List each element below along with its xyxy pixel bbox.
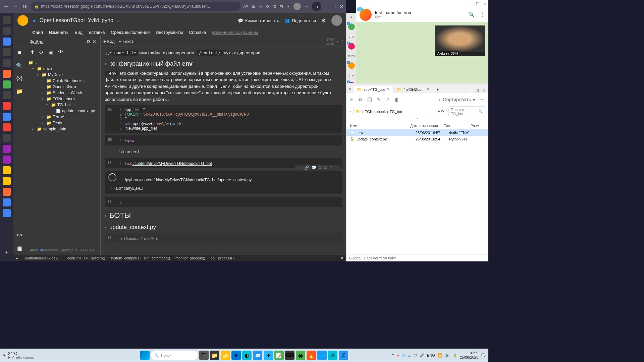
running-spinner-icon[interactable] <box>108 173 116 181</box>
tray-chevron-icon[interactable]: ⌃ <box>391 353 394 358</box>
refresh-files-icon[interactable]: ⟳ <box>39 49 44 56</box>
new-window-icon[interactable]: ⧉ <box>87 39 90 45</box>
profile-icon[interactable] <box>293 3 301 10</box>
search-icon[interactable]: 🔍 <box>16 62 23 69</box>
rail-item-1[interactable] <box>3 16 11 24</box>
chat-item-1[interactable]: 6 <box>348 23 355 30</box>
screenshot-icon[interactable]: ✂ <box>286 4 290 9</box>
nav-up-icon[interactable]: ↑ <box>349 110 351 114</box>
tg-chat-name[interactable]: test_name for_you <box>375 10 411 15</box>
copy-icon[interactable]: ⧉ <box>359 97 362 102</box>
notifications-icon[interactable]: 💬 <box>481 353 486 358</box>
resource-indicator[interactable]: ⋯ ОЗУ Диск ▾ ⌃ <box>320 38 343 45</box>
task-app-3[interactable]: 📁 <box>221 351 230 360</box>
close-panel-icon[interactable]: ✕ <box>92 39 96 45</box>
tray-icon-3[interactable]: Z <box>408 353 411 357</box>
collapse-section-icon[interactable]: ▾ <box>105 62 107 66</box>
back-button[interactable]: ← <box>3 3 9 10</box>
expand-update-icon[interactable]: ▸ <box>105 225 107 230</box>
code-cell-6[interactable]: [6] 1%pwd <box>105 135 342 145</box>
user-avatar[interactable] <box>331 15 342 26</box>
collapse-ribbon-icon[interactable]: ⌃ <box>346 117 488 122</box>
maximize-window[interactable]: ☐ <box>332 4 336 9</box>
menu-tools[interactable]: Инструменты <box>156 30 183 35</box>
exp-close[interactable]: ✕ <box>482 88 485 93</box>
tg-more-icon[interactable]: ⋮ <box>480 11 485 18</box>
paste-icon[interactable]: 📋 <box>367 97 372 102</box>
tray-battery-icon[interactable]: 🔋 <box>452 353 457 358</box>
cell-more-icon[interactable]: ⋮ <box>335 165 339 170</box>
star-icon[interactable]: ☆ <box>116 18 120 23</box>
notebook-title[interactable]: OpenLessonTGbot_УИИ.ipynb <box>40 17 113 23</box>
tray-lang[interactable]: ENG <box>427 353 435 357</box>
rail-item-2[interactable] <box>3 27 11 35</box>
explorer-tab-1[interactable]: 📁эook\TG_bot✕ <box>354 86 393 93</box>
exp-maximize[interactable]: ☐ <box>476 88 479 93</box>
sort-button[interactable]: ↕Сортировать▾ <box>438 97 475 102</box>
expand-status-icon[interactable]: ▸ <box>16 256 18 260</box>
mirror-icon[interactable]: ⧉ <box>324 165 327 170</box>
task-app-5[interactable]: ◐ <box>242 351 252 360</box>
vars-icon[interactable]: {x} <box>16 75 23 81</box>
files-icon[interactable]: 📁 <box>16 88 23 95</box>
task-app-2[interactable]: 📁 <box>210 351 219 360</box>
tray-icon-2[interactable]: ⓑ <box>402 353 406 358</box>
tree-mydrive[interactable]: ▾📁MyDrive <box>28 72 98 78</box>
rail-item-5[interactable] <box>3 59 11 67</box>
exp-minimize[interactable]: — <box>469 88 472 93</box>
mount-drive-icon[interactable]: ▣ <box>48 49 53 56</box>
chat-item-3[interactable]: 1 <box>348 62 355 69</box>
close-tab-1-icon[interactable]: ✕ <box>387 87 390 92</box>
notebook-content[interactable]: где name_file имя файла с расширением, /… <box>101 47 346 255</box>
tg-avatar[interactable]: 14 <box>360 9 372 21</box>
start-button[interactable] <box>140 351 150 360</box>
minimize-window[interactable]: — <box>325 4 329 9</box>
task-app-7[interactable]: ✈ <box>264 351 273 360</box>
address-bar[interactable]: 🔒 https://colab.research.google.com/driv… <box>31 2 240 11</box>
rail-item-10[interactable] <box>3 113 11 121</box>
terminal-icon[interactable]: ▣ <box>17 245 22 251</box>
read-aloud-icon[interactable]: Aᵇ <box>243 4 248 9</box>
add-code-button[interactable]: + Код <box>103 39 115 44</box>
col-name[interactable]: Имя <box>350 124 410 128</box>
favorite-icon[interactable]: ☆ <box>259 4 263 9</box>
rail-item-12[interactable] <box>3 134 11 142</box>
explorer-close-tab-hidden[interactable]: ✕ <box>346 86 354 93</box>
task-app-12[interactable]: 🌐 <box>317 351 327 360</box>
task-app-8[interactable]: 📝 <box>274 351 284 360</box>
task-app-9[interactable]: ⌨ <box>285 351 294 360</box>
share-icon[interactable]: ↗ <box>386 97 390 102</box>
tg-video-overlay[interactable]: Aleksey_УИИ <box>435 25 485 56</box>
tree-colab-nb[interactable]: ▸📁Colab Notebooks <box>28 78 98 84</box>
collections-icon[interactable]: ⧉ <box>273 4 276 9</box>
share-button[interactable]: 👥 Поделиться <box>284 18 316 23</box>
delete-cell-icon[interactable]: 🗑 <box>329 165 333 170</box>
add-text-button[interactable]: + Текст <box>119 39 133 44</box>
menu-edit[interactable]: Изменить <box>49 30 69 35</box>
close-window[interactable]: ✕ <box>340 4 343 9</box>
tray-wifi-icon[interactable]: 📶 <box>438 353 442 358</box>
status-more-icon[interactable]: ⋯ ✕ <box>336 256 343 260</box>
bing-chat-icon[interactable]: b <box>312 2 321 11</box>
task-app-14[interactable]: Z <box>339 351 348 360</box>
task-app-11[interactable]: 🔥 <box>307 351 316 360</box>
menu-view[interactable]: Вид <box>75 30 83 35</box>
colab-logo[interactable] <box>17 15 28 26</box>
tree-tgbot[interactable]: ▾📁TG_bot <box>28 102 98 108</box>
tree-sample[interactable]: ▸📁sample_data <box>28 126 98 132</box>
rail-item-15[interactable] <box>3 166 11 174</box>
tree-tests[interactable]: ▸📁Tests <box>28 120 98 126</box>
tray-clock[interactable]: 16:59 25/06/2023 <box>460 351 478 360</box>
explorer-tab-2[interactable]: 📁4ailDir\Zoom✕ <box>393 86 433 93</box>
menu-runtime[interactable]: Среда выполнения <box>111 30 150 35</box>
cell-settings-icon[interactable]: ⚙ <box>318 165 322 170</box>
rail-item-9[interactable] <box>3 102 11 110</box>
collapse-bots-icon[interactable]: ▾ <box>105 214 107 218</box>
chat-menu-icon[interactable]: ≡ <box>351 15 352 19</box>
rail-item-17[interactable] <box>3 188 11 196</box>
rail-item-13[interactable] <box>3 145 11 153</box>
tg-maximize[interactable]: ☐ <box>476 2 479 6</box>
comment-button[interactable]: 💬 Комментировать <box>238 18 279 23</box>
tray-icon-4[interactable]: 🛡 <box>413 353 417 357</box>
tg-close[interactable]: ✕ <box>483 2 486 6</box>
